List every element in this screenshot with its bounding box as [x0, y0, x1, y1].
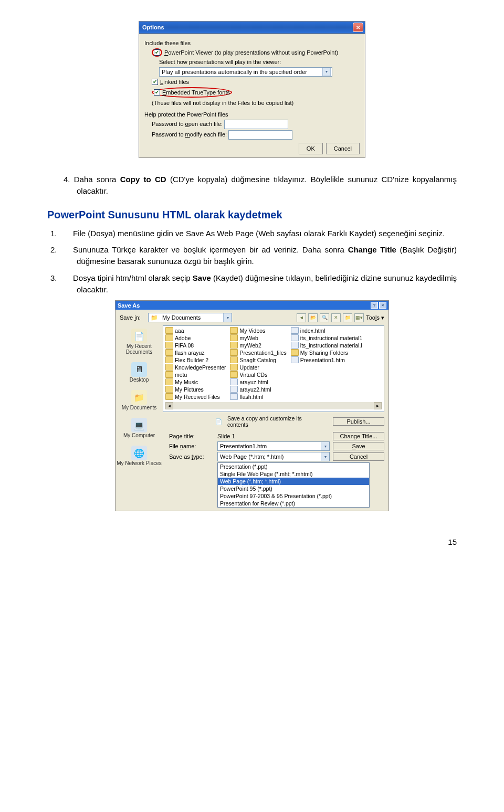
savetype-option-selected[interactable]: Web Page (*.htm; *.html) — [218, 478, 369, 485]
list-item[interactable]: Updater — [230, 364, 286, 371]
file-pane[interactable]: aaa Adobe FIFA 08 flash arayuz Flex Buil… — [163, 325, 384, 412]
pw-modify-input[interactable] — [228, 130, 292, 140]
savetype-option[interactable]: Presentation (*.ppt) — [218, 463, 369, 470]
search-icon[interactable]: 🔍 — [320, 313, 329, 322]
newfolder-icon[interactable]: 📁 — [343, 313, 352, 322]
list-item[interactable]: flash arayuz — [165, 349, 226, 356]
save-button[interactable]: Save — [333, 442, 384, 450]
savetype-option[interactable]: PowerPoint 97-2003 & 95 Presentation (*.… — [218, 492, 369, 500]
savetype-dropdown-list[interactable]: Presentation (*.ppt) Single File Web Pag… — [217, 462, 370, 508]
filename-input[interactable]: Presentation1.htm▾ — [217, 441, 330, 451]
viewer-order-dropdown[interactable]: Play all presentations automatically in … — [159, 67, 332, 77]
list-item[interactable]: arayuz2.html — [230, 386, 286, 393]
place-mycomputer[interactable]: 💻My Computer — [116, 415, 163, 442]
list-item[interactable]: My Sharing Folders — [291, 349, 362, 356]
savetype-option[interactable]: PowerPoint 95 (*.ppt) — [218, 485, 369, 492]
pw-open-input[interactable] — [224, 120, 288, 129]
fonts-note: (These files will not display in the Fil… — [144, 99, 360, 107]
cancel-button[interactable]: Cancel — [333, 452, 384, 461]
list-item[interactable]: Adobe — [165, 334, 226, 341]
tools-label[interactable]: Tools ▾ — [366, 314, 384, 321]
protect-label: Help protect the PowerPoint files — [144, 110, 360, 119]
checkbox-icon[interactable]: ✔ — [152, 79, 158, 85]
list-item[interactable]: arayuz.html — [230, 378, 286, 385]
step-1-text: File (Dosya) menüsüne gidin ve Save As W… — [73, 229, 445, 238]
step-2-bold: Change Title — [348, 245, 396, 254]
savetype-option[interactable]: Single File Web Page (*.mht; *.mhtml) — [218, 470, 369, 478]
cancel-button[interactable]: Cancel — [326, 143, 360, 154]
list-item[interactable]: metu — [165, 371, 226, 378]
save-copy-row: 📄 Save a copy and customize its contents… — [163, 414, 388, 429]
views-icon[interactable]: ▦▾ — [354, 313, 364, 322]
list-item[interactable]: myWeb2 — [230, 342, 286, 349]
places-bar: 📄My Recent Documents 🖥Desktop 📁My Docume… — [116, 324, 163, 511]
pw-open-label: Password to open each file: — [152, 121, 223, 127]
close-icon[interactable]: ✕ — [353, 23, 363, 32]
list-item[interactable]: My Music — [165, 378, 226, 385]
step-1: 1.File (Dosya) menüsüne gidin ve Save As… — [47, 228, 457, 239]
step4-prefix: 4. Daha sonra — [64, 175, 120, 184]
close-icon[interactable]: × — [379, 302, 386, 309]
savetype-row: Save as type: Web Page (*.htm; *.html)▾ … — [167, 452, 384, 461]
options-titlebar[interactable]: Options ✕ — [139, 22, 365, 34]
filename-label: File name: — [167, 443, 214, 449]
list-item[interactable]: My Received Files — [165, 393, 226, 400]
place-desktop[interactable]: 🖥Desktop — [116, 359, 163, 387]
horizontal-scrollbar[interactable]: ◄ ► — [165, 402, 382, 409]
list-item[interactable]: Presentation1.htm — [291, 356, 362, 363]
chevron-down-icon: ▾ — [322, 68, 331, 76]
place-mydocs[interactable]: 📁My Documents — [116, 387, 163, 415]
list-item[interactable]: myWeb — [230, 334, 286, 341]
steps-list: 1.File (Dosya) menüsüne gidin ve Save As… — [47, 228, 457, 296]
linked-files-row: ✔ Linked files — [144, 78, 360, 86]
step-3-number: 3. — [64, 272, 73, 284]
ok-button[interactable]: OK — [299, 143, 323, 154]
change-title-button[interactable]: Change Title... — [333, 432, 384, 440]
help-icon[interactable]: ? — [371, 302, 378, 309]
place-label: Desktop — [130, 377, 149, 383]
list-item[interactable]: My Videos — [230, 327, 286, 334]
save-copy-label: Save a copy and customize its contents — [227, 415, 322, 428]
list-item[interactable]: Flex Builder 2 — [165, 356, 226, 363]
list-item[interactable]: index.html — [291, 327, 362, 334]
pw-open-row: Password to open each file: — [144, 120, 360, 129]
savetype-combo[interactable]: Web Page (*.htm; *.html)▾ — [217, 452, 330, 461]
checkbox-icon[interactable]: ✔ — [154, 49, 160, 56]
list-item[interactable]: Presentation1_files — [230, 349, 286, 356]
saveas-dialog: Save As ? × Save in: 📁 My Documents ▾ ◄ … — [115, 300, 389, 511]
delete-icon[interactable]: ✕ — [331, 313, 341, 322]
page-title-value: Slide 1 — [217, 433, 330, 439]
list-item[interactable]: aaa — [165, 327, 226, 334]
saveas-titlebar[interactable]: Save As ? × — [116, 301, 388, 310]
list-item[interactable]: its_instructional material1 — [291, 334, 362, 341]
publish-button[interactable]: Publish... — [333, 417, 384, 426]
step-4-paragraph: 4. Daha sonra Copy to CD (CD'ye kopyala)… — [47, 174, 457, 197]
savetype-option[interactable]: Presentation for Review (*.ppt) — [218, 500, 369, 507]
include-files-label: Include these files — [144, 39, 360, 47]
savein-combo[interactable]: 📁 My Documents ▾ — [148, 313, 232, 322]
chevron-down-icon: ▾ — [321, 452, 329, 461]
step-3-bold: Save — [193, 273, 211, 282]
place-label: My Network Places — [117, 460, 162, 466]
up-icon[interactable]: 📂 — [308, 313, 318, 322]
file-col-3: index.html its_instructional material1 i… — [291, 327, 362, 400]
list-item[interactable]: Virtual CDs — [230, 371, 286, 378]
scroll-right-icon[interactable]: ► — [374, 402, 382, 409]
checkbox-icon[interactable]: ✔ — [154, 89, 160, 96]
list-item[interactable]: SnagIt Catalog — [230, 356, 286, 363]
back-icon[interactable]: ◄ — [297, 313, 306, 322]
page-title-row: Page title: Slide 1 Change Title... — [167, 432, 384, 440]
list-item[interactable]: flash.html — [230, 393, 286, 400]
step-1-number: 1. — [64, 228, 73, 239]
scroll-left-icon[interactable]: ◄ — [165, 402, 173, 409]
list-item[interactable]: My Pictures — [165, 386, 226, 393]
saveas-topbar: Save in: 📁 My Documents ▾ ◄ 📂 🔍 ✕ 📁 ▦▾ T… — [116, 310, 388, 324]
list-item[interactable]: FIFA 08 — [165, 342, 226, 349]
options-title: Options — [142, 24, 164, 30]
list-item[interactable]: KnowledgePresenter — [165, 364, 226, 371]
place-network[interactable]: 🌐My Network Places — [116, 442, 163, 470]
list-item[interactable]: its_instructional material.l — [291, 342, 362, 349]
options-dialog: Options ✕ Include these files ✔ PowerPoi… — [139, 21, 365, 158]
savein-value: My Documents — [160, 314, 223, 321]
place-recent[interactable]: 📄My Recent Documents — [116, 325, 163, 359]
